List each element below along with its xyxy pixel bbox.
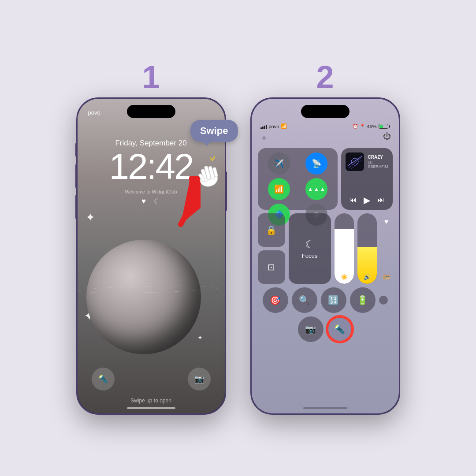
step1-wrapper: 1 povo Friday, September 2	[76, 61, 226, 415]
lock-carrier: povo	[88, 109, 100, 116]
flashlight-button[interactable]: 🔦	[92, 368, 115, 390]
volume-up-button	[75, 164, 78, 188]
cc-carrier: povo	[269, 124, 279, 129]
planet-area: ✦ ✦ ✦	[78, 206, 225, 368]
dynamic-island	[127, 105, 175, 118]
cc-status-right: ⏰ 📍 46%	[353, 124, 390, 129]
wifi-status-icon: 📶	[281, 123, 287, 129]
cc-left-btns: 🔒 ⊡	[258, 213, 285, 284]
page-container: 1 povo Friday, September 2	[0, 0, 476, 476]
mute-button	[75, 143, 78, 157]
screen-mirror-button[interactable]: ⊡	[258, 250, 285, 284]
steps-container: 1 povo Friday, September 2	[59, 48, 418, 428]
heart-cc-icon: ♥	[384, 218, 389, 226]
cc-right-extras: ♥ 📻	[380, 213, 393, 284]
calculator-button[interactable]: 🔢	[321, 287, 346, 313]
camera-button[interactable]: 📷	[188, 368, 211, 390]
magnifier-button[interactable]: 🔍	[292, 287, 317, 313]
sparkle3-icon: ✦	[197, 334, 203, 341]
lock-status-icons	[197, 108, 214, 116]
lock-icons-row: ♥ ☾	[78, 197, 225, 206]
music-album-art	[346, 152, 364, 171]
broadcast-icon: 📻	[383, 272, 390, 279]
music-header: CRAZY LE SSERAFIM	[346, 152, 388, 171]
battery-icon	[379, 124, 390, 129]
airdrop-toggle[interactable]: 📡	[305, 152, 327, 175]
cc-bottom-buttons-row: 📷 🔦	[258, 316, 393, 342]
lock-bottom-row: 🔦 📷	[78, 368, 225, 398]
svg-rect-10	[346, 152, 364, 171]
location-icon: 📍	[360, 124, 365, 129]
brightness-slider[interactable]: ☀️	[335, 213, 354, 284]
airplane-toggle[interactable]: ✈️	[268, 152, 290, 175]
next-button[interactable]: ⏭	[377, 196, 384, 204]
moon-icon: ☾	[154, 197, 160, 206]
music-controls: ⏮ ▶ ⏭	[346, 195, 388, 205]
volume-slider[interactable]: 🔊	[357, 213, 377, 284]
music-artist: LE SSERAFIM	[368, 160, 388, 169]
power-button	[225, 171, 227, 211]
music-info: CRAZY LE SSERAFIM	[368, 155, 388, 169]
cc-small-buttons-row: 🎯 🔍 🔢 🔋	[258, 287, 393, 313]
volume-icon: 🔊	[364, 274, 371, 280]
phone1: povo Friday, September 20 12:42 Welcome …	[76, 97, 226, 415]
control-center-screen: povo 📶 ⏰ 📍 46%	[252, 99, 399, 413]
battery-ctrl-button[interactable]: 🔋	[350, 287, 376, 313]
planet	[86, 240, 201, 354]
cc-top-controls: ＋ ⏻	[252, 131, 399, 146]
battery-percent: 46%	[367, 124, 376, 129]
heart-icon: ♥	[141, 197, 146, 206]
power-button2	[399, 171, 400, 211]
cc-row1: ✈️ 📡 📶 ▲▲▲ 🔷 ⊛	[258, 148, 393, 210]
cc-main-grid: ✈️ 📡 📶 ▲▲▲ 🔷 ⊛	[252, 146, 399, 405]
flashlight-cc-button[interactable]: 🔦	[327, 316, 353, 342]
moon-focus-icon: ☾	[305, 238, 315, 251]
play-button[interactable]: ▶	[364, 195, 370, 205]
home-indicator	[127, 407, 175, 409]
sparkle1-icon: ✦	[86, 211, 95, 224]
alarm-icon: ⏰	[353, 124, 358, 129]
step2-wrapper: 2	[250, 61, 400, 415]
add-button[interactable]: ＋	[260, 132, 268, 144]
step1-number: 1	[142, 61, 160, 93]
swipe-hint: Swipe up to open	[78, 398, 225, 404]
dot-button[interactable]	[379, 296, 388, 305]
power-control-button[interactable]: ⏻	[383, 132, 391, 144]
focus-label: Focus	[302, 253, 317, 259]
cc-connectivity-block: ✈️ 📡 📶 ▲▲▲ 🔷 ⊛	[258, 148, 338, 210]
cc-music-block: CRAZY LE SSERAFIM ⏮ ▶ ⏭	[341, 148, 392, 210]
cc-row2: 🔒 ⊡ ☾ Focus ☀️	[258, 213, 393, 284]
dynamic-island2	[301, 105, 350, 118]
cc-home-indicator	[303, 407, 347, 409]
phone2: povo 📶 ⏰ 📍 46%	[250, 97, 400, 415]
cc-status-left: povo 📶	[260, 123, 287, 129]
lock-screen: povo Friday, September 20 12:42 Welcome …	[78, 99, 225, 413]
rotation-lock-button[interactable]: 🔒	[258, 213, 285, 247]
camera-ctrl-button[interactable]: 🎯	[263, 287, 288, 313]
swipe-bubble: Swipe	[190, 120, 238, 142]
wifi-toggle[interactable]: 📶	[268, 178, 290, 200]
focus-button[interactable]: ☾ Focus	[289, 213, 331, 284]
cellular-toggle[interactable]: ▲▲▲	[305, 178, 327, 200]
brightness-icon: ☀️	[341, 274, 348, 280]
prev-button[interactable]: ⏮	[350, 196, 357, 204]
photo-button[interactable]: 📷	[298, 316, 324, 342]
step2-number: 2	[316, 61, 334, 93]
music-title: CRAZY	[368, 155, 388, 160]
signal-bars	[260, 124, 267, 129]
